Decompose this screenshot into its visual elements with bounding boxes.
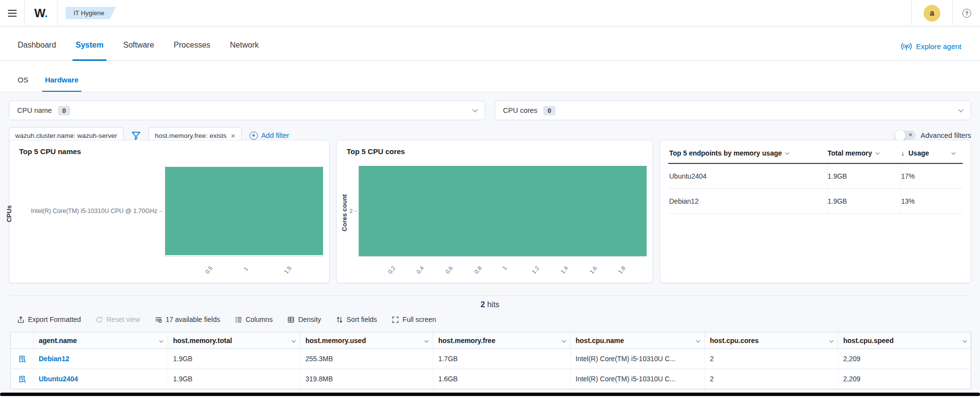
agent-link[interactable]: Ubuntu2404 <box>39 375 78 383</box>
cpu-names-panel: Top 5 CPU names CPUs Intel(R) Core(TM) i… <box>9 140 329 283</box>
cell-cpu-cores: 2 <box>705 369 838 389</box>
cpu-names-bar[interactable] <box>165 167 323 255</box>
top-bar: W. IT Hygiene a ? <box>0 0 980 27</box>
cell-memory-free: 1.6GB <box>433 369 571 389</box>
col-agent-name[interactable]: agent.name <box>34 332 168 348</box>
menu-icon[interactable] <box>0 0 25 27</box>
subtab-os[interactable]: OS <box>11 76 35 92</box>
advanced-filters-label: Advanced filters <box>921 132 971 139</box>
reset-view-button[interactable]: Reset view <box>96 316 140 323</box>
x-tick: 1.6 <box>588 265 598 275</box>
cpu-names-y-axis-title: CPUs <box>5 205 13 222</box>
cell-memory-free: 1.7GB <box>433 349 571 369</box>
header-usage[interactable]: ↓ Usage <box>901 149 955 157</box>
header-total-memory[interactable]: Total memory <box>828 149 901 157</box>
cpu-names-category-label: Intel(R) Core(TM) i5-10310U CPU @ 1.70GH… <box>31 208 162 214</box>
col-memory-total[interactable]: host.memory.total <box>168 332 301 348</box>
col-memory-free[interactable]: host.memory.free <box>433 332 571 348</box>
explore-agent-button[interactable]: Explore agent <box>901 42 972 60</box>
table-row: Debian12 1.9GB 13% <box>668 189 963 214</box>
col-cpu-speed[interactable]: host.cpu.speed <box>838 332 972 348</box>
fullscreen-icon <box>392 316 399 323</box>
wazuh-logo[interactable]: W. <box>25 0 58 27</box>
cpu-name-facet-label: CPU name <box>17 106 52 114</box>
inspect-row-button[interactable] <box>11 369 34 389</box>
total-memory-value: 1.9GB <box>828 189 901 213</box>
window-bottom-edge <box>0 393 980 396</box>
refresh-icon <box>96 316 103 323</box>
filter-funnel-icon[interactable] <box>131 131 141 140</box>
x-tick: 1 <box>243 266 249 272</box>
x-tick: 0.6 <box>444 265 453 275</box>
sub-tabs: OS Hardware <box>0 61 980 92</box>
tick-mark <box>159 211 162 212</box>
inspect-document-icon <box>18 375 26 383</box>
chevron-down-icon <box>785 150 789 154</box>
columns-icon <box>235 316 242 323</box>
remove-filter-icon[interactable]: × <box>231 132 235 140</box>
explore-agent-label: Explore agent <box>916 42 961 51</box>
col-cpu-name[interactable]: host.cpu.name <box>571 332 705 348</box>
cpu-cores-facet-count: 0 <box>543 106 555 115</box>
avatar[interactable]: a <box>924 5 940 22</box>
x-tick: 0.5 <box>204 265 213 275</box>
tab-software[interactable]: Software <box>113 41 164 60</box>
cpu-cores-y-axis-title: Cores count <box>341 194 348 232</box>
toggle-off-icon: × <box>908 131 912 138</box>
export-formatted-button[interactable]: Export Formatted <box>17 316 81 323</box>
cpu-cores-bar[interactable] <box>359 166 647 256</box>
cpu-name-facet-count: 0 <box>58 106 70 115</box>
memory-usage-table: Top 5 endpoints by memory usage Total me… <box>668 149 963 214</box>
sort-fields-button[interactable]: Sort fields <box>336 316 377 323</box>
agent-link[interactable]: Debian12 <box>39 355 69 363</box>
columns-button[interactable]: Columns <box>235 316 273 323</box>
chevron-down-icon <box>963 338 967 342</box>
cpu-name-facet[interactable]: CPU name 0 <box>9 101 485 120</box>
advanced-filters-toggle[interactable]: × <box>894 131 916 140</box>
x-tick: 1.4 <box>559 265 569 275</box>
x-tick: 1.5 <box>283 265 292 275</box>
cell-memory-total: 1.9GB <box>168 369 301 389</box>
filter-pill-label: host.memory.free: exists <box>155 132 226 139</box>
header-endpoints[interactable]: Top 5 endpoints by memory usage <box>668 149 828 157</box>
cell-memory-total: 1.9GB <box>168 349 301 369</box>
tab-dashboard[interactable]: Dashboard <box>8 41 66 60</box>
x-tick: 1 <box>501 265 507 271</box>
help-icon[interactable]: ? <box>962 9 971 18</box>
inspect-row-button[interactable] <box>11 349 34 369</box>
grid-row: Debian12 1.9GB 255.3MB 1.7GB Intel(R) Co… <box>11 349 971 369</box>
tab-system[interactable]: System <box>66 41 113 60</box>
col-cpu-cores[interactable]: host.cpu.cores <box>705 332 838 348</box>
cell-cpu-name: Intel(R) Core(TM) i5-10310U C... <box>571 349 705 369</box>
cpu-cores-facet[interactable]: CPU cores 0 <box>495 101 971 120</box>
cpu-cores-title: Top 5 CPU cores <box>347 147 405 156</box>
cpu-cores-plot: 0.2 0.4 0.6 0.8 1 1.2 1.4 1.6 1.8 <box>358 166 647 257</box>
usage-value: 17% <box>901 172 955 180</box>
pinned-filter-label: wazuh.cluster.name: wazuh-server <box>15 132 117 139</box>
add-filter-button[interactable]: + Add filter <box>250 132 289 140</box>
grid-row: Ubuntu2404 1.9GB 319.8MB 1.6GB Intel(R) … <box>11 369 971 389</box>
tab-network[interactable]: Network <box>220 41 269 60</box>
cpu-names-plot: 0.5 1 1.5 <box>165 166 323 257</box>
density-button[interactable]: Density <box>287 316 321 323</box>
endpoint-name: Ubuntu2404 <box>668 164 828 188</box>
chevron-down-icon <box>696 338 700 342</box>
x-tick: 0.2 <box>387 265 396 275</box>
divider <box>911 0 912 27</box>
tab-processes[interactable]: Processes <box>164 41 220 60</box>
full-screen-button[interactable]: Full screen <box>392 316 436 323</box>
add-filter-label: Add filter <box>261 132 289 139</box>
y-tick: 2 <box>350 208 357 214</box>
cell-cpu-cores: 2 <box>705 349 838 369</box>
available-fields-button[interactable]: 17 available fields <box>155 316 220 323</box>
col-memory-used[interactable]: host.memory.used <box>301 332 433 348</box>
density-icon <box>287 316 295 323</box>
section-divider <box>9 295 971 296</box>
x-tick: 1.8 <box>617 265 627 275</box>
breadcrumb-badge[interactable]: IT Hygiene <box>66 7 116 19</box>
endpoint-name: Debian12 <box>668 189 828 213</box>
subtab-hardware[interactable]: Hardware <box>38 76 85 92</box>
logo-text: W <box>34 6 45 20</box>
chevron-down-icon <box>876 150 879 154</box>
grid-header-row: agent.name host.memory.total host.memory… <box>11 332 971 349</box>
